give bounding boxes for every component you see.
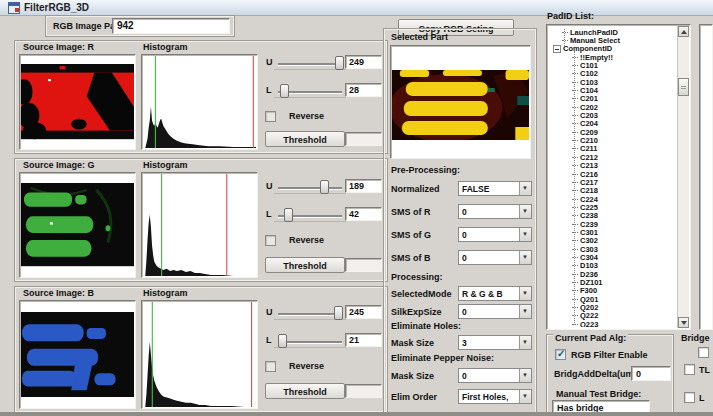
dropdown-arrow-icon[interactable] xyxy=(519,390,531,403)
source-image-b-art xyxy=(21,312,134,398)
tree-item[interactable]: D103 xyxy=(549,262,676,270)
dropdown-arrow-icon[interactable] xyxy=(519,287,531,300)
tree-item[interactable]: C103 xyxy=(549,78,676,86)
slider-thumb[interactable] xyxy=(284,208,293,222)
tree-item[interactable]: C224 xyxy=(549,195,676,203)
elim-order-select[interactable]: First Holes, xyxy=(458,389,532,404)
tree-item[interactable]: C302 xyxy=(549,237,676,245)
tree-item[interactable]: F300 xyxy=(549,287,676,295)
tree-item[interactable]: C225 xyxy=(549,203,676,211)
threshold-button[interactable]: Threshold xyxy=(265,257,345,273)
upper-threshold-value[interactable]: 249 xyxy=(345,55,382,69)
threshold-button[interactable]: Threshold xyxy=(265,383,345,399)
value-text: 249 xyxy=(349,57,364,67)
tree-item[interactable]: Q222 xyxy=(549,312,676,320)
tree-item[interactable]: C210 xyxy=(549,136,676,144)
rgb-filter-enable-checkbox[interactable] xyxy=(555,349,566,360)
title-bar: FilterRGB_3D xyxy=(0,0,713,16)
upper-threshold-value[interactable]: 245 xyxy=(345,305,382,319)
reverse-checkbox[interactable] xyxy=(265,111,276,122)
pad-id-value: 942 xyxy=(117,20,134,31)
dropdown-arrow-icon[interactable] xyxy=(519,205,531,218)
upper-threshold-slider[interactable] xyxy=(278,305,342,321)
tree-item[interactable]: C213 xyxy=(549,162,676,170)
tree-item[interactable]: C211 xyxy=(549,145,676,153)
silk-exp-size-select[interactable]: 0 xyxy=(458,304,532,319)
slider-thumb[interactable] xyxy=(320,180,329,194)
selected-mode-select[interactable]: R & G & B xyxy=(458,286,532,301)
bridge-delta-input[interactable]: 0 xyxy=(631,366,671,381)
tree-item[interactable]: C218 xyxy=(549,187,676,195)
tree-item[interactable]: C217 xyxy=(549,178,676,186)
normalized-select[interactable]: FALSE xyxy=(458,181,532,196)
current-pad-alg-title: Current Pad Alg: xyxy=(553,333,628,343)
tree-item[interactable]: Q202 xyxy=(549,303,676,311)
sms-of-g-label: SMS of G xyxy=(391,230,431,240)
dropdown-arrow-icon[interactable] xyxy=(519,182,531,195)
slider-thumb[interactable] xyxy=(280,84,289,98)
slider-track xyxy=(278,341,342,343)
tree-item[interactable]: C304 xyxy=(549,253,676,261)
holes-mask-size-select[interactable]: 3 xyxy=(458,335,532,350)
bridge-l-checkbox[interactable] xyxy=(684,392,695,403)
tree-item[interactable]: C101 xyxy=(549,61,676,69)
tree-item[interactable]: DZ101 xyxy=(549,278,676,286)
tree-connector xyxy=(572,174,578,175)
reverse-checkbox[interactable] xyxy=(265,361,276,372)
dropdown-arrow-icon[interactable] xyxy=(519,251,531,264)
slider-thumb[interactable] xyxy=(334,306,343,320)
bridge-checkbox[interactable] xyxy=(698,347,709,358)
collapse-icon[interactable] xyxy=(553,45,561,53)
upper-threshold-label: U xyxy=(266,181,273,191)
scroll-down-icon[interactable] xyxy=(678,317,689,328)
tree-connector xyxy=(572,290,578,291)
dropdown-arrow-icon[interactable] xyxy=(519,228,531,241)
tree-item[interactable]: C104 xyxy=(549,86,676,94)
reverse-checkbox[interactable] xyxy=(265,235,276,246)
upper-threshold-slider[interactable] xyxy=(278,55,342,71)
tree-item[interactable]: Q201 xyxy=(549,295,676,303)
dropdown-arrow-icon[interactable] xyxy=(519,369,531,382)
tree-item[interactable]: C201 xyxy=(549,95,676,103)
upper-threshold-slider[interactable] xyxy=(278,179,342,195)
tree-item[interactable]: C204 xyxy=(549,120,676,128)
tree-item[interactable]: D236 xyxy=(549,270,676,278)
slider-track xyxy=(278,187,342,189)
slider-thumb[interactable] xyxy=(335,56,344,70)
tree-connector xyxy=(572,57,578,58)
tree-item[interactable]: C239 xyxy=(549,220,676,228)
lower-threshold-value[interactable]: 28 xyxy=(345,83,382,97)
slider-thumb[interactable] xyxy=(278,334,287,348)
tree-connector xyxy=(572,249,578,250)
lower-threshold-slider[interactable] xyxy=(278,207,342,223)
tree-item[interactable]: C203 xyxy=(549,111,676,119)
lower-threshold-slider[interactable] xyxy=(278,333,342,349)
upper-threshold-value[interactable]: 189 xyxy=(345,179,382,193)
lower-threshold-slider[interactable] xyxy=(278,83,342,99)
tree-item[interactable]: !!Empty!! xyxy=(549,53,676,61)
tree-item[interactable]: C238 xyxy=(549,212,676,220)
tree-item[interactable]: Q223 xyxy=(549,320,676,327)
lower-threshold-value[interactable]: 21 xyxy=(345,333,382,347)
tree-scrollbar[interactable] xyxy=(677,26,689,328)
dropdown-arrow-icon[interactable] xyxy=(519,336,531,349)
tree-item[interactable]: C212 xyxy=(549,153,676,161)
pepper-mask-size-select[interactable]: 0 xyxy=(458,368,532,383)
tree-item[interactable]: C216 xyxy=(549,170,676,178)
scrollbar-thumb[interactable] xyxy=(678,78,689,96)
bridge-tl-checkbox[interactable] xyxy=(684,364,695,375)
tree-item[interactable]: C301 xyxy=(549,228,676,236)
tree-connector xyxy=(572,282,578,283)
tree-item[interactable]: C303 xyxy=(549,245,676,253)
tree-item[interactable]: C209 xyxy=(549,128,676,136)
threshold-button[interactable]: Threshold xyxy=(265,131,345,147)
sms-of-g-select[interactable]: 0 xyxy=(458,227,532,242)
dropdown-arrow-icon[interactable] xyxy=(519,305,531,318)
sms-of-r-select[interactable]: 0 xyxy=(458,204,532,219)
sms-of-b-select[interactable]: 0 xyxy=(458,250,532,265)
scroll-up-icon[interactable] xyxy=(678,26,689,37)
tree-connector xyxy=(572,299,578,300)
tree-item[interactable]: C202 xyxy=(549,103,676,111)
tree-item[interactable]: C102 xyxy=(549,70,676,78)
lower-threshold-value[interactable]: 42 xyxy=(345,207,382,221)
